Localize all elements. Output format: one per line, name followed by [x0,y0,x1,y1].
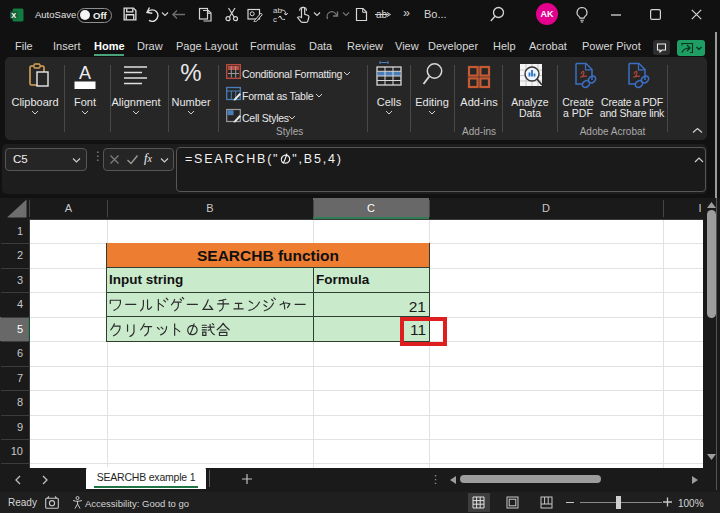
svg-text:X: X [11,11,16,20]
svg-text:c: c [273,15,277,23]
svg-text:A: A [79,63,91,83]
